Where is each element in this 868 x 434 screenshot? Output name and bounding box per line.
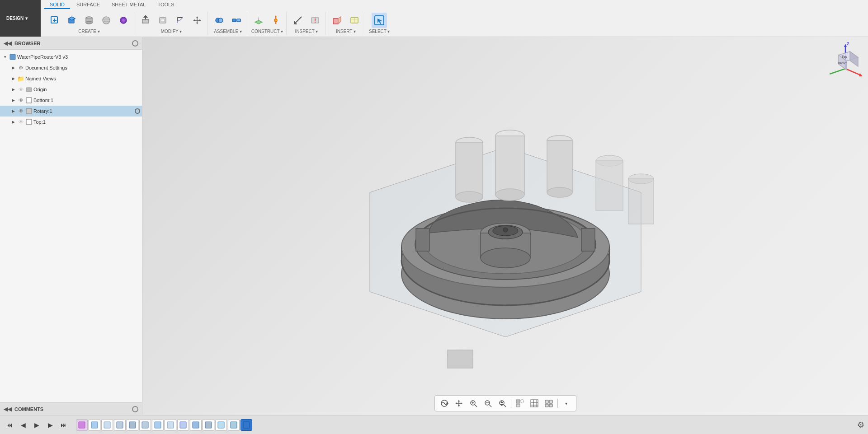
- timeline-item-6[interactable]: [152, 419, 164, 431]
- tree-arrow-views[interactable]: ▶: [10, 75, 16, 82]
- timeline-item-10[interactable]: [203, 419, 214, 431]
- create-group: CREATE ▾: [44, 12, 134, 35]
- cylinder-icon[interactable]: [81, 13, 97, 28]
- tree-arrow-rotary[interactable]: ▶: [10, 108, 16, 114]
- shell-icon[interactable]: [155, 13, 170, 28]
- zoom-fit-button[interactable]: [481, 397, 495, 410]
- timeline-item-11[interactable]: [215, 419, 227, 431]
- tree-item-doc-settings[interactable]: ▶ ⚙ Document Settings: [0, 62, 142, 73]
- measure-icon[interactable]: [290, 13, 306, 28]
- svg-rect-12: [142, 19, 149, 23]
- more-button[interactable]: [542, 397, 556, 410]
- zoom-more-button[interactable]: [495, 397, 509, 410]
- skip-end-button[interactable]: ⏭: [58, 419, 70, 431]
- tree-arrow-origin[interactable]: ▶: [10, 86, 16, 93]
- timeline-item-3[interactable]: [114, 419, 126, 431]
- timeline-item-7[interactable]: [165, 419, 176, 431]
- inspect-label[interactable]: INSPECT ▾: [295, 29, 318, 34]
- special-icon[interactable]: [116, 13, 131, 28]
- tree-item-root[interactable]: ▾ WaterPipeRouterV3 v3: [0, 51, 142, 62]
- timeline-item-13[interactable]: [241, 419, 252, 431]
- timeline-item-4[interactable]: [127, 419, 138, 431]
- section-icon[interactable]: [307, 13, 323, 28]
- tree-item-bottom[interactable]: ▶ 👁 Bottom:1: [0, 95, 142, 106]
- tab-surface[interactable]: SURFACE: [71, 1, 105, 9]
- rewind-button[interactable]: ⏮: [4, 419, 15, 431]
- tree-arrow-bottom[interactable]: ▶: [10, 97, 16, 103]
- timeline-item-0[interactable]: [76, 419, 88, 431]
- play-button[interactable]: ▶: [31, 419, 42, 431]
- eye-icon-top[interactable]: 👁: [17, 118, 24, 126]
- modify-label[interactable]: MODIFY ▾: [161, 29, 182, 34]
- tree-arrow-top[interactable]: ▶: [10, 119, 16, 125]
- svg-marker-27: [255, 20, 262, 24]
- orbit-button[interactable]: [438, 397, 451, 410]
- svg-point-7: [86, 21, 92, 24]
- viewport[interactable]: Z Top FRONT: [142, 37, 868, 415]
- axis-icon[interactable]: [268, 13, 283, 28]
- timeline-item-5[interactable]: [139, 419, 151, 431]
- display-mode-button[interactable]: [513, 397, 527, 410]
- browser-pin-icon[interactable]: [132, 40, 138, 47]
- new-component-icon[interactable]: [47, 13, 62, 28]
- timeline-icons: [76, 419, 855, 431]
- timeline-item-12[interactable]: [228, 419, 240, 431]
- eye-icon-origin[interactable]: 👁: [17, 86, 24, 93]
- fillet-icon[interactable]: [172, 13, 188, 28]
- tree-item-origin[interactable]: ▶ 👁 Origin: [0, 84, 142, 95]
- grid-button[interactable]: [528, 397, 541, 410]
- tab-sheet-metal[interactable]: SHEET METAL: [106, 1, 151, 9]
- eye-icon-rotary[interactable]: 👁: [17, 107, 24, 115]
- box-icon[interactable]: [64, 13, 80, 28]
- step-back-button[interactable]: ◀: [17, 419, 29, 431]
- tree-label-top: Top:1: [33, 119, 140, 125]
- tab-solid[interactable]: SOLID: [44, 1, 70, 9]
- create-label[interactable]: CREATE ▾: [78, 29, 100, 34]
- insert-mesh-icon[interactable]: [330, 13, 345, 28]
- insert-label[interactable]: INSERT ▾: [336, 29, 356, 34]
- timeline-item-1[interactable]: [89, 419, 100, 431]
- collapse-left-icon[interactable]: ◀◀: [4, 40, 12, 47]
- tree-arrow-root[interactable]: ▾: [2, 54, 8, 60]
- joint-icon[interactable]: [212, 13, 227, 28]
- svg-rect-117: [545, 404, 548, 407]
- zoom-window-button[interactable]: [467, 397, 480, 410]
- assemble-group: ASSEMBLE ▾: [209, 12, 247, 35]
- settings-gear-icon[interactable]: ⚙: [857, 420, 864, 430]
- model-svg: [302, 57, 709, 373]
- timeline-item-2[interactable]: [101, 419, 113, 431]
- more-options-button[interactable]: ▾: [560, 397, 573, 410]
- eye-icon-bottom[interactable]: 👁: [17, 97, 24, 104]
- timeline-item-9[interactable]: [190, 419, 202, 431]
- tree-item-named-views[interactable]: ▶ 📁 Named Views: [0, 73, 142, 84]
- construct-label[interactable]: CONSTRUCT ▾: [251, 29, 283, 34]
- tab-tools[interactable]: TOOLS: [152, 1, 179, 9]
- rigid-group-icon[interactable]: [229, 13, 244, 28]
- svg-rect-115: [545, 400, 548, 403]
- step-forward-button[interactable]: ▶: [44, 419, 56, 431]
- comments-pin-icon[interactable]: [132, 406, 138, 412]
- svg-rect-119: [79, 422, 85, 428]
- plane-icon[interactable]: [251, 13, 266, 28]
- design-button[interactable]: DESIGN ▾: [0, 0, 41, 37]
- tree-item-rotary[interactable]: ▶ 👁 Rotary:1: [0, 106, 142, 117]
- svg-point-11: [122, 19, 125, 22]
- sphere-icon[interactable]: [99, 13, 114, 28]
- target-icon: [135, 108, 140, 114]
- tree-arrow-doc[interactable]: ▶: [10, 65, 16, 71]
- move-icon[interactable]: [189, 13, 205, 28]
- canvas-icon[interactable]: [347, 13, 362, 28]
- select-label[interactable]: SELECT ▾: [369, 29, 390, 34]
- tree-item-top[interactable]: ▶ 👁 Top:1: [0, 117, 142, 127]
- press-pull-icon[interactable]: [138, 13, 153, 28]
- pan-button[interactable]: [452, 397, 466, 410]
- timeline-item-8[interactable]: [177, 419, 189, 431]
- view-cube[interactable]: Z Top FRONT: [827, 42, 863, 78]
- assemble-label[interactable]: ASSEMBLE ▾: [214, 29, 242, 34]
- tree-label-rotary: Rotary:1: [33, 108, 132, 114]
- tree-icon-root: [9, 53, 16, 61]
- svg-rect-44: [26, 88, 32, 92]
- select-icon[interactable]: [372, 13, 387, 28]
- collapse-left-icon2[interactable]: ◀◀: [4, 406, 12, 412]
- insert-icons: [330, 13, 362, 28]
